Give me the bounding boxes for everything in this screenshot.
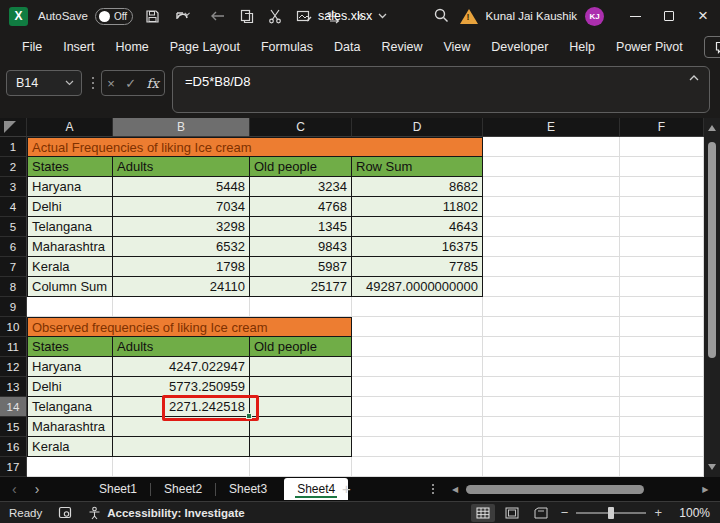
cell-F10[interactable] — [620, 317, 704, 337]
excel-app-icon[interactable]: X — [9, 7, 28, 26]
cell-E10[interactable] — [483, 317, 620, 337]
cell-D2[interactable]: Row Sum — [352, 157, 483, 177]
accessibility-icon[interactable] — [88, 506, 101, 520]
collapse-formula-bar-icon[interactable] — [689, 75, 699, 81]
cell-D12[interactable] — [352, 357, 483, 377]
cell-E17[interactable] — [483, 457, 620, 477]
cell-D16[interactable] — [352, 437, 483, 457]
cell-A9[interactable] — [27, 297, 113, 317]
cell-C16[interactable] — [250, 437, 352, 457]
cell-B13[interactable]: 5773.250959 — [113, 377, 250, 397]
scroll-up-icon[interactable] — [708, 125, 716, 131]
cell-A7[interactable]: Kerala — [27, 257, 113, 277]
row-header-4[interactable]: 4 — [0, 197, 27, 217]
cell-F1[interactable] — [620, 137, 704, 157]
back-arrow-icon[interactable] — [210, 10, 226, 22]
cell-F4[interactable] — [620, 197, 704, 217]
row-header-1[interactable]: 1 — [0, 137, 27, 157]
cell-F16[interactable] — [620, 437, 704, 457]
cell-B6[interactable]: 6532 — [113, 237, 250, 257]
cell-B2[interactable]: Adults — [113, 157, 250, 177]
cell-D8[interactable]: 49287.0000000000 — [352, 277, 483, 297]
cell-D5[interactable]: 4643 — [352, 217, 483, 237]
cell-E6[interactable] — [483, 237, 620, 257]
cell-E7[interactable] — [483, 257, 620, 277]
cell-B7[interactable]: 1798 — [113, 257, 250, 277]
cell-D10[interactable] — [352, 317, 483, 337]
cell-F8[interactable] — [620, 277, 704, 297]
enter-icon[interactable]: ✓ — [125, 76, 136, 91]
cell-C8[interactable]: 25177 — [250, 277, 352, 297]
macro-record-icon[interactable] — [58, 506, 72, 519]
cell-D13[interactable] — [352, 377, 483, 397]
column-header-D[interactable]: D — [352, 118, 483, 137]
name-box[interactable]: B14 — [6, 70, 82, 96]
cell-A2[interactable]: States — [27, 157, 113, 177]
accessibility-status[interactable]: Accessibility: Investigate — [107, 507, 244, 519]
save-icon[interactable] — [145, 9, 160, 24]
sheet-tab-sheet1[interactable]: Sheet1 — [86, 477, 150, 501]
cell-E4[interactable] — [483, 197, 620, 217]
ribbon-tab-home[interactable]: Home — [115, 40, 148, 54]
cell-A6[interactable]: Maharashtra — [27, 237, 113, 257]
cell-C13[interactable] — [250, 377, 352, 397]
cell-F13[interactable] — [620, 377, 704, 397]
cell-C4[interactable]: 4768 — [250, 197, 352, 217]
zoom-slider-thumb[interactable] — [608, 507, 614, 519]
sheet-nav-right-icon[interactable]: › — [35, 481, 40, 497]
add-sheet-button[interactable]: + — [342, 480, 351, 497]
ribbon-tab-insert[interactable]: Insert — [63, 40, 94, 54]
ribbon-tab-file[interactable]: File — [22, 40, 42, 54]
cell-E11[interactable] — [483, 337, 620, 357]
cell-C11[interactable]: Old people — [250, 337, 352, 357]
ribbon-tab-page-layout[interactable]: Page Layout — [170, 40, 240, 54]
cell-E12[interactable] — [483, 357, 620, 377]
zoom-out-button[interactable]: − — [561, 505, 569, 520]
cell-D4[interactable]: 11802 — [352, 197, 483, 217]
scroll-down-icon[interactable] — [708, 464, 716, 470]
cell-A1-title[interactable]: Actual Frequencies of liking Ice cream — [27, 137, 483, 157]
cell-E13[interactable] — [483, 377, 620, 397]
sheet-nav-left-icon[interactable]: ‹ — [12, 481, 17, 497]
cell-A14[interactable]: Telangana — [27, 397, 113, 417]
cell-E16[interactable] — [483, 437, 620, 457]
column-header-F[interactable]: F — [620, 118, 704, 137]
row-header-12[interactable]: 12 — [0, 357, 27, 377]
formula-input[interactable]: =D5*B8/D8 — [172, 66, 710, 113]
cell-E15[interactable] — [483, 417, 620, 437]
cell-C17[interactable] — [250, 457, 352, 477]
vertical-scrollbar-thumb[interactable] — [708, 142, 716, 358]
cell-D6[interactable]: 16375 — [352, 237, 483, 257]
zoom-level[interactable]: 100% — [676, 506, 710, 520]
horizontal-scrollbar-track[interactable] — [464, 485, 696, 494]
cell-D14[interactable] — [352, 397, 483, 417]
copy-icon[interactable] — [240, 9, 254, 24]
cell-A8[interactable]: Column Sum — [27, 277, 113, 297]
cell-A4[interactable]: Delhi — [27, 197, 113, 217]
file-name-menu[interactable]: sales.xlsx — [318, 0, 387, 32]
cell-A16[interactable]: Kerala — [27, 437, 113, 457]
cell-C15[interactable] — [250, 417, 352, 437]
cell-B11[interactable]: Adults — [113, 337, 250, 357]
column-header-E[interactable]: E — [483, 118, 620, 137]
cell-A12[interactable]: Haryana — [27, 357, 113, 377]
row-header-16[interactable]: 16 — [0, 437, 27, 457]
avatar[interactable]: KJ — [585, 7, 604, 26]
cell-C3[interactable]: 3234 — [250, 177, 352, 197]
ribbon-tab-help[interactable]: Help — [569, 40, 595, 54]
cell-B3[interactable]: 5448 — [113, 177, 250, 197]
cell-E14[interactable] — [483, 397, 620, 417]
cell-A13[interactable]: Delhi — [27, 377, 113, 397]
cell-B4[interactable]: 7034 — [113, 197, 250, 217]
ribbon-tab-view[interactable]: View — [443, 40, 470, 54]
minimize-button[interactable] — [618, 0, 652, 32]
cell-E9[interactable] — [483, 297, 620, 317]
maximize-button[interactable] — [652, 0, 686, 32]
cell-F6[interactable] — [620, 237, 704, 257]
cell-C6[interactable]: 9843 — [250, 237, 352, 257]
row-header-13[interactable]: 13 — [0, 377, 27, 397]
cell-A10-title[interactable]: Observed frequencies of liking Ice cream — [27, 317, 352, 337]
row-header-5[interactable]: 5 — [0, 217, 27, 237]
row-header-11[interactable]: 11 — [0, 337, 27, 357]
row-header-2[interactable]: 2 — [0, 157, 27, 177]
